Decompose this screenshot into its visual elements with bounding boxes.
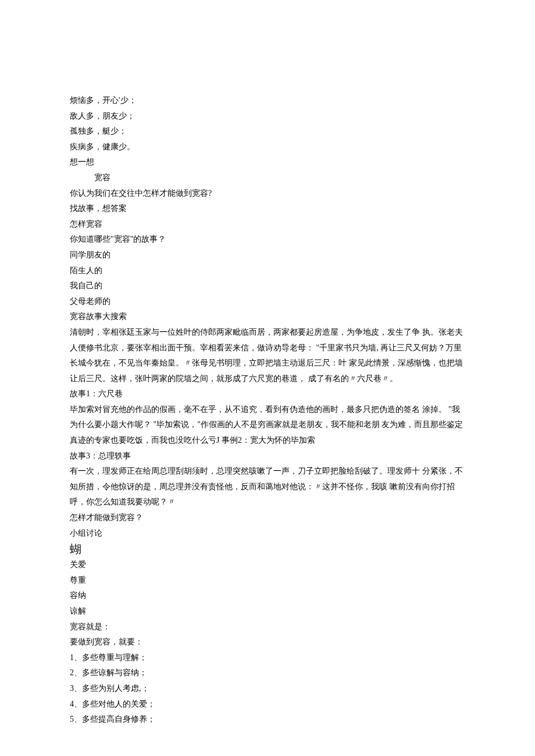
- text-line: 你认为我们在交往中怎样才能做到宽容?: [70, 186, 465, 202]
- text-line: 宽容: [70, 170, 465, 186]
- document-page: 烦恼多，开心'少； 敌人多，朋友少； 孤独多，艇少； 疾病多，健康少。 想一想 …: [0, 0, 535, 756]
- text-line: 容纳: [70, 588, 465, 604]
- text-line: 孤独多，艇少；: [70, 124, 465, 139]
- list-item: 4、多些对他人的关爱；: [70, 697, 465, 712]
- text-line: 要做到宽容，就要：: [70, 635, 465, 650]
- paragraph-text: 有一次，理发师正在给周总理刮胡须时，总理突然咳嗽了一声，刀子立即把脸给刮破了。理…: [70, 464, 465, 510]
- list-item: 1、多些尊重与理解；: [70, 650, 465, 666]
- text-line: 关爱: [70, 557, 465, 573]
- text-line: 父母老师的: [70, 294, 465, 310]
- text-line: 怎样宽容: [70, 217, 465, 232]
- text-line: 想一想: [70, 155, 465, 170]
- paragraph-text: 毕加索对冒充他的作品的假画，毫不在乎，从不追究，看到有伪造他的画时，最多只把伪造…: [70, 402, 465, 449]
- list-item: 5、多些提高自身修养；: [70, 712, 465, 728]
- text-line: 找故事，想答案: [70, 201, 465, 217]
- text-line: 烦恼多，开心'少；: [70, 93, 465, 109]
- text-line: 故事1：六尺巷: [70, 386, 465, 402]
- paragraph-text: 清朝时，宰相张廷玉家与一位姓叶的侍郎两家毗临而居，两家都要起房造屋，为争地皮，发…: [70, 325, 465, 386]
- text-line: 我自己的: [70, 278, 465, 294]
- text-line: 尊重: [70, 573, 465, 589]
- text-line: 宽容故事大搜索: [70, 309, 465, 325]
- text-line: 你知道哪些"宽容"的故事？: [70, 232, 465, 248]
- text-line: 小组讨论: [70, 526, 465, 542]
- list-item: 3、多些为别人考虑,；: [70, 681, 465, 697]
- list-item: 2、多些谅解与容纳；: [70, 665, 465, 681]
- text-line: 同学朋友的: [70, 248, 465, 263]
- text-line: 疾病多，健康少。: [70, 139, 465, 155]
- text-line: 谅解: [70, 604, 465, 619]
- text-line: 陌生人的: [70, 263, 465, 279]
- text-line: 故事3：总理轶事: [70, 449, 465, 464]
- text-line: 宽容就是：: [70, 619, 465, 635]
- text-line: 蝴: [70, 541, 465, 557]
- text-line: 怎样才能做到宽容？: [70, 510, 465, 526]
- text-line: 敌人多，朋友少；: [70, 109, 465, 124]
